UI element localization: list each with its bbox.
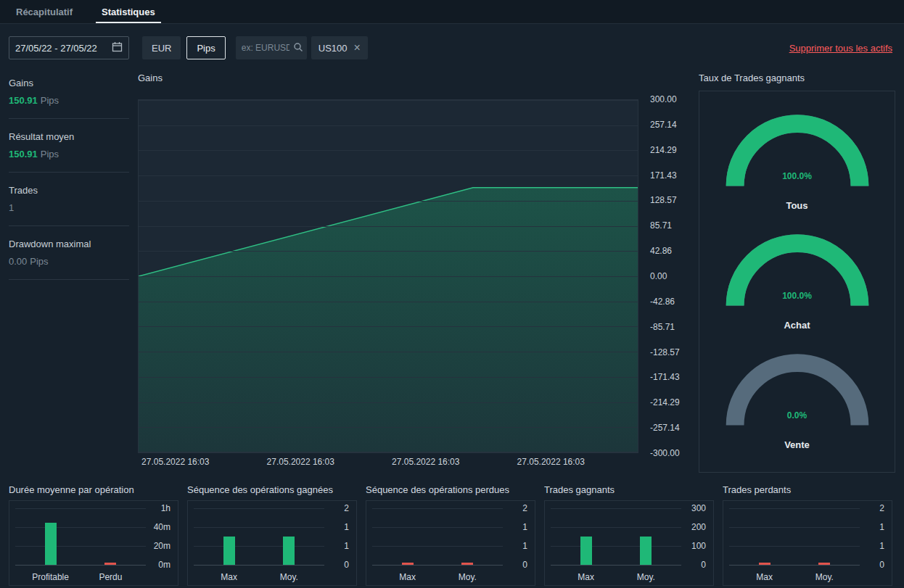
y-tick-label: 1 [522, 541, 527, 551]
grid-line [194, 508, 324, 509]
gains-chart-plot [138, 99, 638, 453]
x-tick-label: 27.05.2022 16:03 [267, 457, 334, 467]
gauge-achat: 100.0% Achat [721, 233, 874, 331]
mini-panel-sequence-perdues: Séquence des opérations perdues 2110MaxM… [366, 484, 535, 586]
y-tick-label: 300 [691, 503, 706, 513]
y-tick-label: 40m [154, 522, 170, 532]
asset-search [236, 36, 307, 59]
mini-chart-title: Durée moyenne par opération [9, 484, 178, 500]
mini-chart: 2110MaxMoy. [187, 500, 357, 586]
grid-line [139, 125, 638, 126]
mini-panel-duree-moyenne: Durée moyenne par opération 1h40m20m0mPr… [9, 484, 178, 586]
currency-eur-button[interactable]: EUR [142, 36, 181, 59]
grid-line [372, 565, 503, 566]
grid-line [551, 546, 681, 547]
y-tick-label: 0 [344, 560, 349, 570]
y-tick-label: 0m [158, 560, 170, 570]
y-tick-label: -128.57 [650, 347, 680, 357]
y-tick-label: 128.57 [650, 195, 677, 205]
gauge-value: 100.0% [721, 171, 874, 181]
grid-line [139, 402, 638, 403]
gauge-value: 0.0% [721, 410, 874, 421]
y-tick-label: 257.14 [650, 120, 677, 130]
grid-line [194, 527, 324, 528]
y-tick-label: 85.71 [650, 220, 672, 231]
category-label: Moy. [815, 572, 834, 582]
stat-unit: Pips [41, 95, 59, 106]
tab-statistiques[interactable]: Statistiques [102, 0, 155, 23]
bar-moy [818, 563, 830, 565]
calendar-icon[interactable] [112, 41, 123, 54]
win-rate-title: Taux de Trades gagnants [699, 73, 895, 87]
win-rate-section: Taux de Trades gagnants 100.0% Tous [699, 73, 895, 473]
y-tick-label: -171.43 [650, 372, 680, 382]
bar-max [580, 537, 592, 565]
y-tick-label: 2 [344, 503, 349, 513]
bar-profitable [45, 523, 57, 566]
y-tick-label: 171.43 [650, 170, 677, 181]
grid-line [372, 508, 503, 509]
mini-panel-trades-perdants: Trades perdants 2110MaxMoy. [723, 484, 892, 586]
gains-chart-y-axis: 300.00257.14214.29171.43128.5785.7142.86… [644, 99, 688, 453]
category-label: Moy. [280, 572, 298, 582]
category-label: Max [221, 572, 237, 582]
y-tick-label: 300.00 [650, 94, 677, 104]
y-tick-label: 200 [691, 522, 706, 532]
remove-all-assets-link[interactable]: Supprimer tous les actifs [789, 43, 892, 54]
stat-label: Gains [9, 78, 129, 88]
bar-perdu [104, 563, 116, 565]
y-tick-label: 1 [879, 541, 884, 551]
stat-label: Drawdown maximal [9, 239, 129, 249]
date-range-input[interactable]: 27/05/22 - 27/05/22 [9, 36, 129, 59]
grid-line [15, 546, 146, 547]
gauge-arc-svg [721, 352, 874, 436]
grid-line [372, 527, 503, 528]
gains-chart-x-axis: 27.05.2022 16:0327.05.2022 16:0327.05.20… [138, 457, 638, 470]
y-tick-label: 214.29 [650, 145, 677, 155]
x-tick-label: 27.05.2022 16:03 [141, 457, 209, 467]
stat-trades: Trades 1 [9, 182, 129, 226]
stat-drawdown-maximal: Drawdown maximal 0.00Pips [9, 236, 129, 280]
y-tick-label: 2 [879, 503, 884, 513]
grid-line [194, 565, 324, 566]
gauge-label: Vente [784, 439, 810, 450]
grid-line [139, 150, 638, 151]
bar-moy [461, 563, 473, 565]
y-tick-label: 1 [522, 522, 527, 532]
tab-recapitulatif[interactable]: Récapitulatif [16, 0, 73, 23]
grid-line [139, 201, 638, 202]
unit-pips-button[interactable]: Pips [186, 36, 225, 59]
y-tick-label: 0 [701, 560, 706, 570]
mini-chart: 3002001000MaxMoy. [544, 500, 714, 586]
mini-chart: 2110MaxMoy. [366, 500, 535, 586]
grid-line [139, 326, 638, 327]
mini-chart-title: Trades perdants [723, 484, 892, 500]
gains-chart-section: Gains 300.00257.14214.29171.43128.5785.7… [138, 73, 688, 479]
y-tick-label: -214.29 [650, 397, 680, 407]
date-range-value: 27/05/22 - 27/05/22 [15, 43, 97, 54]
mini-panel-sequence-gagnees: Séquence des opérations gagnées 2110MaxM… [187, 484, 357, 586]
y-tick-label: -257.14 [650, 423, 680, 433]
category-label: Max [399, 572, 416, 582]
grid-line [139, 427, 638, 428]
stats-sidebar: Gains 150.91Pips Résultat moyen 150.91Pi… [9, 75, 129, 289]
gauge-label: Tous [786, 200, 808, 211]
grid-line [729, 508, 860, 509]
mini-panel-trades-gagnants: Trades gagnants 3002001000MaxMoy. [544, 484, 714, 586]
gauge-tous: 100.0% Tous [721, 113, 874, 211]
grid-line [372, 546, 503, 547]
bar-moy [283, 537, 295, 565]
remove-asset-icon[interactable]: × [354, 42, 361, 54]
mini-chart: 1h40m20m0mProfitablePerdu [9, 500, 178, 586]
statistics-page: Récapitulatif Statistiques 27/05/22 - 27… [0, 0, 904, 588]
grid-line [194, 546, 324, 547]
asset-tag-us100: US100 × [311, 36, 368, 59]
category-label: Perdu [99, 572, 122, 582]
y-tick-label: 1h [161, 503, 170, 513]
mini-chart-title: Séquence des opérations gagnées [187, 484, 357, 500]
mini-chart-title: Trades gagnants [544, 484, 714, 500]
stat-value: 150.91 [9, 149, 38, 160]
toolbar: 27/05/22 - 27/05/22 EUR Pips [9, 36, 892, 60]
y-tick-label: -85.71 [650, 322, 675, 332]
y-tick-label: -42.86 [650, 297, 675, 307]
